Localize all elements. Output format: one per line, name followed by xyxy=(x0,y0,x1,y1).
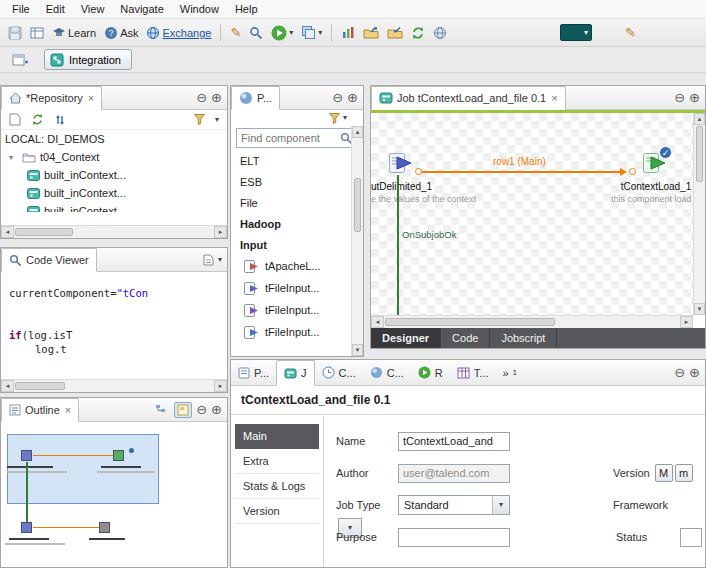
scroll-down-icon[interactable]: ▾ xyxy=(352,344,363,356)
trigger-connection-label[interactable]: OnSubjobOk xyxy=(402,229,456,240)
maximize-icon[interactable]: ⊕ xyxy=(211,402,222,417)
save-button[interactable] xyxy=(5,22,25,44)
vertical-scrollbar[interactable]: ▴ ▾ xyxy=(351,126,363,356)
exchange-link[interactable]: Exchange xyxy=(143,22,214,44)
horizontal-scrollbar[interactable]: ◂ ▸ xyxy=(1,225,227,238)
palette-component-tapachelog[interactable]: tApacheL... xyxy=(231,255,350,277)
expand-arrow-icon[interactable]: ▾ xyxy=(9,153,18,162)
connection-end-port[interactable] xyxy=(629,168,636,175)
vertical-scrollbar[interactable]: ▴ ▾ xyxy=(693,113,705,315)
properties-tab-job[interactable]: J xyxy=(276,360,315,386)
scroll-right-icon[interactable]: ▸ xyxy=(214,226,227,238)
minimize-icon[interactable]: ⊖ xyxy=(332,90,343,105)
maximize-icon[interactable]: ⊕ xyxy=(347,90,358,105)
tree-item-context[interactable]: built_inContext... xyxy=(1,166,227,184)
outline-tab[interactable]: Outline × xyxy=(1,398,79,422)
component2-label[interactable]: tContextLoad_1 xyxy=(610,181,702,192)
properties-tab-contexts[interactable]: C... xyxy=(315,360,363,385)
nav-main[interactable]: Main xyxy=(235,424,319,449)
scroll-right-icon[interactable]: ▸ xyxy=(214,380,227,392)
scrollbar-thumb[interactable] xyxy=(15,382,65,390)
thumbnail-view-toggle[interactable] xyxy=(174,402,192,418)
properties-tab-component[interactable]: C... xyxy=(363,360,411,385)
new-item-icon[interactable] xyxy=(9,113,21,126)
tree-item-context[interactable]: built_inContext... xyxy=(1,202,227,212)
scroll-down-icon[interactable]: ▾ xyxy=(694,303,705,315)
scroll-up-icon[interactable]: ▴ xyxy=(352,126,363,138)
scroll-right-icon[interactable]: ▸ xyxy=(680,316,693,328)
tree-item-folder[interactable]: ▾ t04_Context xyxy=(1,148,227,166)
components-button[interactable]: ▾ xyxy=(298,22,325,44)
outline-viewport-rect[interactable] xyxy=(7,434,159,504)
properties-tab-p[interactable]: P... xyxy=(231,360,276,385)
edit-button[interactable]: ✎ xyxy=(227,22,244,44)
version-minor-button[interactable]: m xyxy=(675,464,693,482)
view-menu-caret-icon[interactable]: ▾ xyxy=(215,116,219,124)
component-tfileinputdelimited[interactable] xyxy=(389,151,413,175)
palette-category-input[interactable]: Input xyxy=(231,234,350,255)
palette-category-file[interactable]: File xyxy=(231,192,350,213)
integration-perspective-button[interactable]: Integration xyxy=(44,49,132,70)
menu-help[interactable]: Help xyxy=(227,1,266,17)
stats-button[interactable] xyxy=(338,22,358,44)
version-major-button[interactable]: M xyxy=(655,464,673,482)
import-button[interactable] xyxy=(384,22,406,44)
row-connection-line[interactable] xyxy=(422,171,620,173)
menu-view[interactable]: View xyxy=(73,1,113,17)
open-perspective-button[interactable] xyxy=(9,49,31,71)
palette-tab[interactable]: P... xyxy=(231,86,280,110)
menu-window[interactable]: Window xyxy=(172,1,227,17)
component1-label[interactable]: utDelimited_1 xyxy=(371,181,432,192)
connection-start-port[interactable] xyxy=(415,168,422,175)
palette-category-hadoop[interactable]: Hadoop xyxy=(231,213,350,234)
code-viewer-tab[interactable]: Code Viewer xyxy=(1,248,97,272)
close-icon[interactable]: × xyxy=(65,404,71,416)
status-field[interactable] xyxy=(680,528,702,547)
job-editor-tab[interactable]: Job tContextLoad_and_file 0.1 × xyxy=(371,86,566,110)
purpose-field[interactable] xyxy=(398,528,510,547)
minimize-icon[interactable]: ⊖ xyxy=(196,90,207,105)
menu-edit[interactable]: Edit xyxy=(38,1,73,17)
palette-search-input[interactable] xyxy=(241,132,340,144)
menu-file[interactable]: File xyxy=(4,1,38,17)
document-icon[interactable] xyxy=(203,254,214,266)
maximize-icon[interactable]: ⊕ xyxy=(211,90,222,105)
job-design-canvas[interactable]: row1 (Main) ✓ utDelimited_1 e the values… xyxy=(371,113,705,315)
tab-overflow-chevron[interactable]: »1 xyxy=(495,360,524,385)
view-menu-caret-icon[interactable]: ▾ xyxy=(218,256,222,264)
row-connection-label[interactable]: row1 (Main) xyxy=(493,156,546,167)
tree-item-local-root[interactable]: LOCAL: DI_DEMOS xyxy=(1,130,227,148)
scroll-left-icon[interactable]: ◂ xyxy=(371,316,384,328)
minimize-icon[interactable]: ⊖ xyxy=(196,402,207,417)
sort-icon[interactable] xyxy=(54,114,66,126)
run-button[interactable]: ▾ xyxy=(268,22,296,44)
search-button[interactable] xyxy=(246,22,266,44)
nav-extra[interactable]: Extra xyxy=(235,449,319,474)
filter-funnel-icon[interactable] xyxy=(329,113,340,124)
views-button[interactable] xyxy=(27,22,47,44)
trigger-connection-line[interactable] xyxy=(397,175,399,315)
scrollbar-thumb[interactable] xyxy=(15,228,73,236)
export-button[interactable] xyxy=(360,22,382,44)
minimize-icon[interactable]: ⊖ xyxy=(674,365,685,380)
tree-view-toggle[interactable] xyxy=(152,402,170,418)
close-icon[interactable]: × xyxy=(88,92,94,104)
refresh-icon[interactable] xyxy=(31,113,44,126)
name-field[interactable] xyxy=(398,432,510,451)
chevron-down-icon[interactable]: ▾ xyxy=(343,114,347,122)
palette-component-tfileinput-3[interactable]: tFileInput... xyxy=(231,321,350,343)
ask-link[interactable]: ? Ask xyxy=(101,22,141,44)
scroll-left-icon[interactable]: ◂ xyxy=(1,380,14,392)
refresh-button[interactable] xyxy=(408,22,428,44)
maximize-icon[interactable]: ⊕ xyxy=(689,90,700,105)
menu-navigate[interactable]: Navigate xyxy=(112,1,171,17)
designer-mode-tab[interactable]: Designer xyxy=(371,328,441,348)
edit-properties-button[interactable]: ✎ xyxy=(622,22,639,44)
nav-stats-logs[interactable]: Stats & Logs xyxy=(235,474,319,499)
scroll-left-icon[interactable]: ◂ xyxy=(1,226,14,238)
job-type-select[interactable]: Standard ▾ xyxy=(398,495,510,515)
palette-component-tfileinput-1[interactable]: tFileInput... xyxy=(231,277,350,299)
horizontal-scrollbar[interactable]: ◂ ▸ xyxy=(371,315,693,328)
properties-tab-run[interactable]: R xyxy=(411,360,450,385)
scrollbar-thumb[interactable] xyxy=(354,178,361,232)
